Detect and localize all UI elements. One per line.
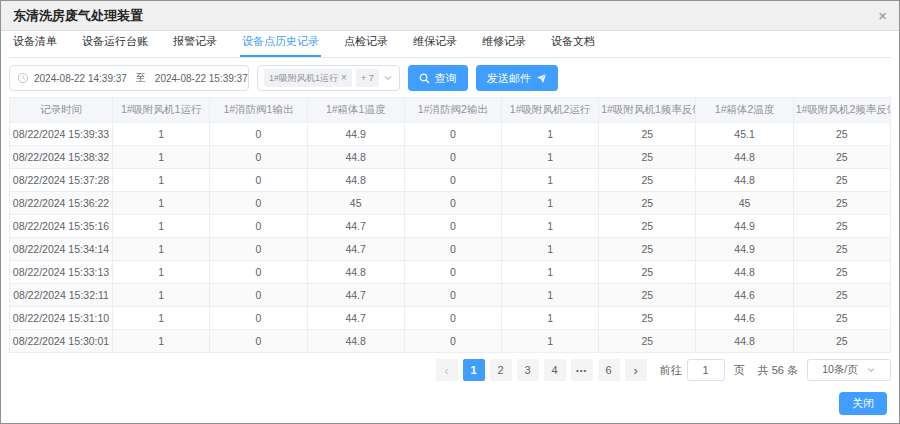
table-cell: 0 bbox=[210, 307, 307, 330]
close-icon[interactable]: × bbox=[878, 8, 887, 23]
search-button-label: 查询 bbox=[435, 71, 457, 86]
tag-close-icon[interactable]: × bbox=[341, 73, 347, 83]
page-button-6[interactable]: 6 bbox=[598, 359, 620, 381]
table-cell: 1 bbox=[502, 307, 599, 330]
column-header: 1#吸附风机1频率反馈 bbox=[599, 98, 696, 123]
table-cell: 44.8 bbox=[307, 146, 404, 169]
table-row: 08/22/2024 15:34:141044.7012544.925 bbox=[10, 238, 891, 261]
table-cell: 0 bbox=[404, 169, 501, 192]
page-button-4[interactable]: 4 bbox=[544, 359, 566, 381]
table-cell: 08/22/2024 15:35:16 bbox=[10, 215, 113, 238]
table-cell: 0 bbox=[404, 307, 501, 330]
table-cell: 44.7 bbox=[307, 284, 404, 307]
table-cell: 08/22/2024 15:31:10 bbox=[10, 307, 113, 330]
table-cell: 25 bbox=[599, 284, 696, 307]
table-cell: 1 bbox=[113, 284, 210, 307]
next-page-button[interactable]: › bbox=[625, 359, 647, 381]
point-multiselect[interactable]: 1#吸附风机1运行 × + 7 bbox=[257, 65, 400, 91]
table-cell: 25 bbox=[793, 284, 890, 307]
date-start[interactable]: 2024-08-22 14:39:37 bbox=[34, 73, 127, 84]
tab-point-history[interactable]: 设备点历史记录 bbox=[240, 34, 321, 57]
page-unit-label: 页 bbox=[734, 363, 745, 378]
column-header: 1#吸附风机1运行 bbox=[113, 98, 210, 123]
table-cell: 25 bbox=[599, 261, 696, 284]
page-size-select[interactable]: 10条/页 bbox=[807, 359, 891, 381]
table-row: 08/22/2024 15:33:131044.8012544.825 bbox=[10, 261, 891, 284]
table-cell: 44.7 bbox=[307, 307, 404, 330]
table-cell: 1 bbox=[113, 238, 210, 261]
table-cell: 44.8 bbox=[307, 261, 404, 284]
table-cell: 0 bbox=[210, 261, 307, 284]
total-count-label: 共 56 条 bbox=[758, 363, 798, 378]
table-cell: 0 bbox=[210, 284, 307, 307]
table-cell: 1 bbox=[502, 146, 599, 169]
table-cell: 1 bbox=[113, 169, 210, 192]
table-cell: 08/22/2024 15:32:11 bbox=[10, 284, 113, 307]
table-cell: 44.8 bbox=[696, 146, 793, 169]
table-cell: 45 bbox=[307, 192, 404, 215]
dialog-footer: 关闭 bbox=[839, 392, 887, 415]
table-cell: 44.7 bbox=[307, 215, 404, 238]
table-cell: 25 bbox=[599, 307, 696, 330]
goto-page-input[interactable] bbox=[687, 359, 725, 381]
prev-page-button[interactable]: ‹ bbox=[436, 359, 458, 381]
table-row: 08/22/2024 15:30:011044.8012544.825 bbox=[10, 330, 891, 353]
table-row: 08/22/2024 15:35:161044.7012544.925 bbox=[10, 215, 891, 238]
tab-equipment-docs[interactable]: 设备文档 bbox=[549, 34, 597, 57]
send-mail-button[interactable]: 发送邮件 bbox=[476, 65, 558, 91]
table-cell: 44.7 bbox=[307, 238, 404, 261]
page-button-1[interactable]: 1 bbox=[463, 359, 485, 381]
clock-icon bbox=[17, 72, 29, 84]
table-cell: 25 bbox=[793, 169, 890, 192]
table-cell: 0 bbox=[404, 123, 501, 146]
date-end[interactable]: 2024-08-22 15:39:37 bbox=[155, 73, 248, 84]
table-cell: 1 bbox=[113, 192, 210, 215]
history-table: 记录时间1#吸附风机1运行1#消防阀1输出1#箱体1温度1#消防阀2输出1#吸附… bbox=[9, 97, 891, 353]
table-cell: 25 bbox=[793, 192, 890, 215]
table-cell: 0 bbox=[404, 215, 501, 238]
search-icon bbox=[419, 73, 430, 84]
table-cell: 1 bbox=[113, 123, 210, 146]
table-row: 08/22/2024 15:38:321044.8012544.825 bbox=[10, 146, 891, 169]
table-cell: 08/22/2024 15:39:33 bbox=[10, 123, 113, 146]
tab-operation-ledger[interactable]: 设备运行台账 bbox=[80, 34, 150, 57]
table-row: 08/22/2024 15:32:111044.7012544.625 bbox=[10, 284, 891, 307]
table-cell: 0 bbox=[210, 215, 307, 238]
table-cell: 45 bbox=[696, 192, 793, 215]
table-cell: 44.8 bbox=[696, 169, 793, 192]
table-row: 08/22/2024 15:37:281044.8012544.825 bbox=[10, 169, 891, 192]
table-cell: 0 bbox=[210, 192, 307, 215]
table-cell: 08/22/2024 15:38:32 bbox=[10, 146, 113, 169]
close-button[interactable]: 关闭 bbox=[839, 392, 887, 415]
table-cell: 25 bbox=[599, 192, 696, 215]
column-header: 1#消防阀2输出 bbox=[404, 98, 501, 123]
column-header: 1#箱体2温度 bbox=[696, 98, 793, 123]
table-row: 08/22/2024 15:39:331044.9012545.125 bbox=[10, 123, 891, 146]
search-button[interactable]: 查询 bbox=[408, 65, 468, 91]
tab-equipment-list[interactable]: 设备清单 bbox=[11, 34, 59, 57]
column-header: 1#箱体1温度 bbox=[307, 98, 404, 123]
tab-repair-records[interactable]: 维修记录 bbox=[480, 34, 528, 57]
table-cell: 44.8 bbox=[696, 330, 793, 353]
table-cell: 0 bbox=[404, 284, 501, 307]
table-cell: 44.8 bbox=[307, 169, 404, 192]
table-cell: 44.6 bbox=[696, 284, 793, 307]
table-cell: 1 bbox=[502, 169, 599, 192]
goto-label: 前往 bbox=[660, 363, 682, 378]
date-range-picker[interactable]: 2024-08-22 14:39:37 至 2024-08-22 15:39:3… bbox=[9, 65, 249, 91]
table-cell: 1 bbox=[502, 215, 599, 238]
page-ellipsis[interactable]: ••• bbox=[571, 359, 593, 381]
table-cell: 1 bbox=[113, 261, 210, 284]
table-cell: 0 bbox=[210, 330, 307, 353]
chevron-down-icon bbox=[383, 73, 393, 83]
tab-maintenance-records[interactable]: 维保记录 bbox=[411, 34, 459, 57]
column-header: 记录时间 bbox=[10, 98, 113, 123]
page-button-3[interactable]: 3 bbox=[517, 359, 539, 381]
chevron-down-icon bbox=[866, 365, 876, 375]
dialog-header: 东清洗房废气处理装置 × bbox=[1, 1, 899, 31]
dialog-body: 设备清单设备运行台账报警记录设备点历史记录点检记录维保记录维修记录设备文档 20… bbox=[1, 31, 899, 381]
column-header: 1#消防阀1输出 bbox=[210, 98, 307, 123]
page-button-2[interactable]: 2 bbox=[490, 359, 512, 381]
tab-alarm-records[interactable]: 报警记录 bbox=[171, 34, 219, 57]
tab-inspection-records[interactable]: 点检记录 bbox=[342, 34, 390, 57]
